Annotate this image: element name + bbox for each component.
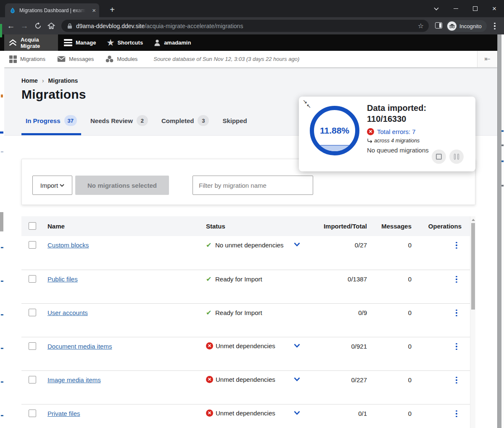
star-icon: ★ [107,39,114,47]
migration-name-link[interactable]: Private files [47,410,80,417]
imported-total: 0/1387 [300,276,367,283]
chevron-down-icon[interactable] [294,411,300,415]
import-dropdown-button[interactable]: Import [32,176,72,195]
side-panel-icon[interactable] [435,22,442,29]
select-all-checkbox[interactable] [29,222,36,230]
toolbar-item-shortcuts[interactable]: ★ Shortcuts [107,34,143,51]
messages-count: 0 [378,410,412,417]
lock-icon [67,23,72,29]
column-header-operations: Operations [411,223,462,230]
table-row: Image media items ✔ ✕ Unmet dependencies… [21,370,475,404]
data-imported-fraction: 110/16330 [367,113,429,124]
migration-status: ✔ ✕ Ready for Import [206,275,262,283]
toolbar-item-user[interactable]: amadamin [154,34,191,51]
kebab-menu-icon[interactable] [454,409,459,418]
browser-tab-bar: Migrations Dashboard | example × + × [0,0,504,17]
chevron-down-icon[interactable] [294,377,300,381]
collapse-toolbar-icon[interactable]: ⇤ [477,51,497,67]
kebab-menu-icon[interactable] [454,342,459,351]
breadcrumb-separator: › [42,77,44,84]
home-button[interactable] [45,19,58,33]
error-icon: ✕ [367,128,374,135]
migration-name-link[interactable]: Custom blocks [47,242,89,249]
browser-scrollbar[interactable] [497,34,501,428]
migration-name-link[interactable]: User accounts [47,309,88,316]
stop-icon [436,154,442,160]
row-checkbox[interactable] [29,275,36,283]
toolbar-item-messages[interactable]: Messages [57,56,94,62]
bookmark-star-icon[interactable]: ☆ [418,22,424,30]
messages-count: 0 [378,343,412,350]
row-checkbox[interactable] [29,376,36,383]
chevron-down-icon[interactable] [294,344,300,348]
tab-search-icon[interactable] [427,0,446,17]
column-header-imported: Imported/Total [300,223,367,230]
row-checkbox[interactable] [29,241,36,249]
column-header-messages: Messages [378,223,412,230]
forward-button[interactable]: → [18,19,31,33]
browser-toolbar: ← → d9ama-ddevblog.ddev.site/acquia-migr… [0,17,504,34]
browser-tab[interactable]: Migrations Dashboard | example × [5,3,99,17]
scrollbar-thumb[interactable] [471,223,475,310]
address-bar[interactable]: d9ama-ddevblog.ddev.site/acquia-migrate-… [61,20,429,32]
progress-percent: 11.88% [320,126,349,136]
across-migrations-note: across 4 migrations [367,138,429,144]
new-tab-button[interactable]: + [106,3,119,16]
drupal-favicon-icon [9,7,16,14]
acquia-migrate-brand[interactable]: Acquia Migrate [4,34,58,51]
row-checkbox[interactable] [29,410,36,417]
status-error-icon: ✕ [206,376,213,383]
tab-title: Migrations Dashboard | example [19,8,86,13]
migration-name-link[interactable]: Image media items [47,376,101,383]
kebab-menu-icon[interactable] [454,241,459,250]
background-window-sliver [501,34,504,428]
toolbar-item-migrations[interactable]: Migrations [9,55,45,63]
messages-count: 0 [378,309,412,316]
hamburger-icon [64,39,72,46]
migration-status: ✔ ✕ Unmet dependencies [206,342,275,349]
kebab-menu-icon[interactable] [454,308,459,318]
modules-icon [106,55,113,63]
collapse-card-icon[interactable]: ↖ [306,103,311,109]
kebab-menu-icon[interactable] [454,375,459,385]
queued-migrations-status: No queued migrations [367,147,429,154]
migration-status: ✔ ✕ No unmet dependencies [206,241,284,249]
status-ok-icon: ✔ [206,309,215,317]
window-close-button[interactable]: × [485,0,504,17]
reload-button[interactable] [31,19,45,33]
breadcrumb-current: Migrations [48,77,78,84]
double-chevron-up-icon [8,39,17,47]
window-minimize-button[interactable] [446,0,465,17]
tab-completed[interactable]: Completed3 [157,115,214,135]
toolbar-item-manage[interactable]: Manage [64,34,96,51]
grid-icon [9,55,17,63]
back-button[interactable]: ← [4,19,18,33]
window-maximize-button[interactable] [465,0,485,17]
filter-input[interactable] [193,176,313,195]
tab-in-progress[interactable]: In Progress37 [21,115,81,135]
source-database-note: Source database of Sun Nov 12, 3:03 (3 d… [153,56,299,62]
row-checkbox[interactable] [29,342,36,350]
breadcrumb: Home › Migrations [21,77,78,84]
scroll-up-arrow-icon[interactable] [472,219,475,221]
table-scrollbar[interactable] [470,216,475,428]
tab-needs-review[interactable]: Needs Review2 [86,115,152,135]
breadcrumb-home-link[interactable]: Home [21,77,38,84]
status-ok-icon: ✔ [206,241,215,249]
pause-button[interactable] [449,150,464,164]
total-errors-link[interactable]: Total errors: 7 [377,128,416,135]
migration-name-link[interactable]: Public files [47,276,78,283]
toolbar-item-modules[interactable]: Modules [106,55,137,63]
migration-status: ✔ ✕ Ready for Import [206,309,262,317]
migration-name-link[interactable]: Document media items [47,343,112,350]
column-header-name: Name [47,223,65,230]
chevron-down-icon[interactable] [294,242,300,247]
tab-close-icon[interactable]: × [92,7,96,13]
kebab-menu-icon[interactable] [454,275,459,284]
row-checkbox[interactable] [29,309,36,316]
imported-total: 0/9 [300,309,367,316]
tab-list: In Progress37 Needs Review2 Completed3 S… [21,115,256,135]
tab-skipped[interactable]: Skipped [218,115,251,135]
browser-menu-icon[interactable] [493,22,496,30]
stop-button[interactable] [432,150,446,164]
